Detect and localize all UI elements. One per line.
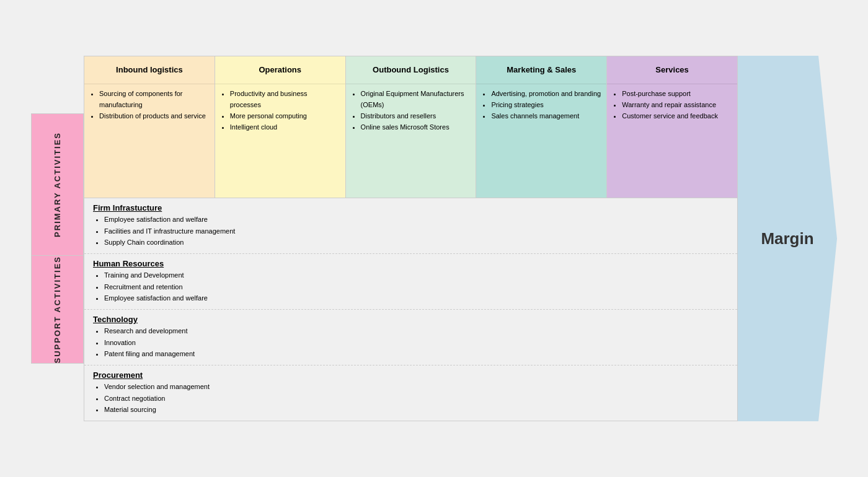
marketing-header: Marketing & Sales <box>476 56 606 84</box>
support-item: Material sourcing <box>104 404 728 416</box>
support-item: Facilities and IT infrastructure managem… <box>104 225 728 237</box>
margin-arrow: Margin <box>738 56 837 421</box>
hr-body: Training and DevelopmentRecruitment and … <box>93 269 728 304</box>
primary-item: Sourcing of components for manufacturing <box>99 88 210 110</box>
support-item: Recruitment and retention <box>104 281 728 293</box>
primary-item: Distributors and resellers <box>361 110 471 121</box>
primary-item: Online sales Microsoft Stores <box>361 121 471 133</box>
support-item: Employee satisfaction and welfare <box>104 292 728 304</box>
primary-item: Intelligent cloud <box>230 121 340 133</box>
services-header: Services <box>607 56 737 84</box>
marketing-body: Advertising, promotion and brandingPrici… <box>476 84 606 125</box>
operations-body: Productivity and business processesMore … <box>215 84 345 137</box>
inbound-header: Inbound logistics <box>84 56 215 84</box>
primary-item: More personal computing <box>230 110 340 121</box>
support-item: Contract negotiation <box>104 393 728 405</box>
support-row-firm: Firm InfrastuctureEmployee satisfaction … <box>84 198 737 254</box>
support-activities-label-cell: SUPPORT ACTIVITIES <box>31 256 84 364</box>
primary-item: Customer service and feedback <box>622 110 732 121</box>
primary-item: Sales channels management <box>491 110 601 121</box>
main-content: Inbound logisticsSourcing of components … <box>84 56 738 421</box>
firm-title: Firm Infrastucture <box>93 203 728 212</box>
primary-cell-marketing: Marketing & SalesAdvertising, promotion … <box>476 56 606 198</box>
outbound-header: Outbound Logistics <box>346 56 476 84</box>
support-row-tech: TechnologyResearch and developmentInnova… <box>84 310 737 365</box>
firm-body: Employee satisfaction and welfareFacilit… <box>93 214 728 248</box>
primary-activities-label-cell: PRIMARY ACTIVITIES <box>31 113 84 256</box>
primary-activities-label: PRIMARY ACTIVITIES <box>53 132 62 237</box>
outbound-body: Original Equipment Manufacturers (OEMs)D… <box>346 84 476 137</box>
support-row-hr: Human ResourcesTraining and DevelopmentR… <box>84 254 737 310</box>
support-item: Training and Development <box>104 269 728 281</box>
primary-cell-outbound: Outbound LogisticsOriginal Equipment Man… <box>345 56 476 198</box>
support-item: Vendor selection and management <box>104 381 728 393</box>
support-item: Research and development <box>104 325 728 337</box>
support-row-procurement: ProcurementVendor selection and manageme… <box>84 365 737 421</box>
services-body: Post-purchase supportWarranty and repair… <box>607 84 737 125</box>
primary-cell-inbound: Inbound logisticsSourcing of components … <box>84 56 215 198</box>
primary-item: Productivity and business processes <box>230 88 340 110</box>
procurement-body: Vendor selection and managementContract … <box>93 381 728 416</box>
tech-title: Technology <box>93 315 728 324</box>
support-activities-label: SUPPORT ACTIVITIES <box>53 256 62 363</box>
hr-title: Human Resources <box>93 259 728 268</box>
inbound-body: Sourcing of components for manufacturing… <box>84 84 215 125</box>
primary-item: Original Equipment Manufacturers (OEMs) <box>361 88 471 110</box>
support-item: Patent filing and management <box>104 348 728 360</box>
tech-body: Research and developmentInnovationPatent… <box>93 325 728 360</box>
primary-cell-operations: OperationsProductivity and business proc… <box>215 56 345 198</box>
support-activities-section: Firm InfrastuctureEmployee satisfaction … <box>84 198 738 421</box>
support-item: Supply Chain coordination <box>104 237 728 248</box>
primary-activities-row: Inbound logisticsSourcing of components … <box>84 56 738 198</box>
left-labels: PRIMARY ACTIVITIES SUPPORT ACTIVITIES <box>31 113 84 364</box>
operations-header: Operations <box>215 56 345 84</box>
primary-item: Warranty and repair assistance <box>622 99 732 110</box>
support-item: Employee satisfaction and welfare <box>104 214 728 225</box>
primary-item: Pricing strategies <box>491 99 601 110</box>
value-chain-diagram: PRIMARY ACTIVITIES SUPPORT ACTIVITIES In… <box>31 56 837 421</box>
support-item: Innovation <box>104 337 728 349</box>
procurement-title: Procurement <box>93 370 728 380</box>
primary-item: Distribution of products and service <box>99 110 210 121</box>
margin-label: Margin <box>761 229 813 248</box>
primary-item: Post-purchase support <box>622 88 732 99</box>
primary-cell-services: ServicesPost-purchase supportWarranty an… <box>606 56 738 198</box>
primary-item: Advertising, promotion and branding <box>491 88 601 99</box>
